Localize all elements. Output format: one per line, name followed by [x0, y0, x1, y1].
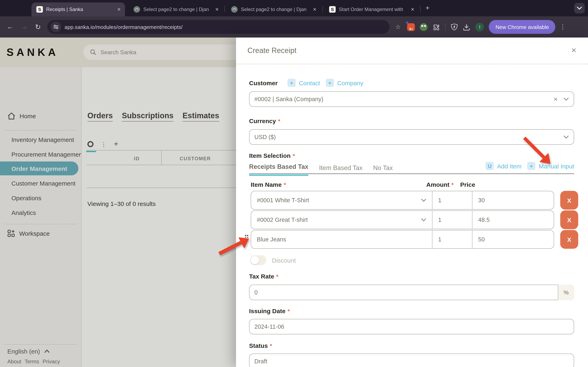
status-value: Draft: [254, 358, 267, 365]
required-asterisk: *: [293, 152, 295, 159]
back-button[interactable]: ←: [3, 23, 17, 31]
extension-badge-count: 9+: [409, 27, 413, 31]
issuing-date-input[interactable]: 2024-11-06: [249, 319, 574, 334]
item-name-value: Blue Jeans: [257, 236, 426, 243]
browser-toolbar: ← → ↻ app.sanka.io/modules/ordermanageme…: [0, 16, 588, 38]
browser-tabstrip: S Receipts | Sanka ✕ ◠ Select page2 to c…: [0, 0, 588, 16]
site-settings-button[interactable]: [51, 22, 61, 32]
tab-title: Select page2 to change | Djan: [241, 7, 310, 12]
performance-button[interactable]: [451, 23, 458, 31]
label-text: Customer: [249, 79, 278, 86]
extension-badge-icon[interactable]: 9+ ✳: [407, 23, 415, 31]
tab-separator: [420, 6, 421, 12]
required-asterisk: *: [451, 182, 454, 188]
add-company-icon[interactable]: +: [326, 79, 334, 87]
tax-rate-input[interactable]: 0 %: [249, 285, 574, 300]
tab-title: Receipts | Sanka: [46, 7, 114, 12]
label-text: Tax Rate: [249, 273, 274, 280]
add-contact-button[interactable]: Contact: [299, 79, 320, 86]
url-bar[interactable]: app.sanka.io/modules/ordermanagement/rec…: [47, 20, 389, 34]
amount-input[interactable]: 1: [432, 230, 472, 248]
tune-icon: [53, 25, 59, 29]
extensions-puzzle-button[interactable]: [433, 24, 440, 30]
required-asterisk: *: [278, 118, 280, 124]
url-text[interactable]: app.sanka.io/modules/ordermanagement/rec…: [65, 24, 182, 30]
amount-input[interactable]: 1: [432, 211, 472, 229]
chrome-update-button[interactable]: New Chrome available: [489, 20, 555, 34]
add-item-icon[interactable]: U: [485, 162, 494, 170]
remove-item-button[interactable]: X: [560, 210, 578, 229]
remove-item-button[interactable]: X: [560, 230, 578, 249]
download-icon: [463, 24, 470, 30]
item-name-text-input[interactable]: Blue Jeans: [251, 230, 432, 248]
price-input[interactable]: 30: [472, 191, 554, 209]
currency-select-value: USD ($): [254, 134, 563, 140]
percent-suffix: %: [558, 285, 574, 300]
price-column-header: Price: [460, 181, 475, 188]
frog-extension-icon[interactable]: [420, 23, 428, 31]
add-company-button[interactable]: Company: [337, 79, 363, 86]
add-contact-icon[interactable]: +: [287, 79, 296, 87]
django-favicon: ◠: [134, 6, 140, 13]
item-row: #0002 Great T-shirt 1 48.5: [251, 210, 554, 229]
price-input[interactable]: 48.5: [472, 211, 554, 229]
tab-separator: [225, 6, 225, 12]
puzzle-icon: [433, 24, 440, 30]
panel-title: Create Receipt: [247, 47, 296, 55]
annotation-arrow-manual-input: [519, 134, 556, 168]
amount-column-header: Amount*: [426, 181, 454, 188]
chevron-down-icon: [563, 135, 569, 139]
tab-close-icon[interactable]: ✕: [215, 7, 219, 12]
status-select[interactable]: Draft: [249, 354, 574, 367]
item-row: #0001 White T-Shirt 1 30: [251, 191, 554, 210]
tax-rate-label: Tax Rate*: [249, 273, 278, 280]
remove-item-button[interactable]: X: [560, 191, 578, 210]
downloads-button[interactable]: [463, 24, 470, 30]
forward-button[interactable]: →: [17, 23, 31, 31]
tab-separator: [323, 6, 323, 12]
price-input[interactable]: 50: [472, 230, 554, 248]
toolbar-separator: [445, 23, 446, 31]
reload-button[interactable]: ↻: [31, 23, 45, 31]
browser-tab-start-order[interactable]: S Start Order Management with ✕: [324, 2, 419, 16]
close-panel-icon[interactable]: ✕: [571, 47, 577, 54]
amount-input[interactable]: 1: [432, 191, 472, 209]
browser-tab-receipts[interactable]: S Receipts | Sanka ✕: [31, 2, 125, 16]
required-asterisk: *: [287, 308, 290, 314]
tab-title: Select page2 to change | Djan: [143, 7, 212, 12]
item-selection-label: Item Selection*: [249, 152, 295, 159]
browser-tab-django-2[interactable]: ◠ Select page2 to change | Djan ✕: [226, 2, 321, 16]
issuing-date-label: Issuing Date*: [249, 308, 290, 314]
bookmark-star-icon[interactable]: ☆: [395, 23, 401, 31]
browser-tab-django-1[interactable]: ◠ Select page2 to change | Djan ✕: [129, 2, 223, 16]
tab-close-icon[interactable]: ✕: [117, 7, 121, 12]
label-text: Status: [249, 342, 268, 349]
item-select[interactable]: #0001 White T-Shirt: [251, 191, 432, 209]
clear-customer-icon[interactable]: ✕: [553, 96, 558, 102]
tab-search-button[interactable]: [574, 3, 585, 13]
status-label: Status*: [249, 342, 272, 349]
discount-label: Discount: [272, 257, 296, 264]
tab-close-icon[interactable]: ✕: [411, 7, 415, 12]
sparkle-icon: ✳: [406, 21, 409, 25]
customer-select[interactable]: #0002 | Sanka (Company) ✕: [249, 91, 574, 107]
sanka-favicon: S: [329, 6, 336, 13]
shield-bolt-icon: [451, 23, 458, 31]
chevron-down-icon: [577, 7, 582, 10]
item-select[interactable]: #0002 Great T-shirt: [251, 211, 432, 229]
tab-title: Start Order Management with: [339, 7, 407, 12]
issuing-date-value: 2024-11-06: [254, 323, 284, 330]
label-text: Amount: [426, 181, 449, 188]
add-item-button[interactable]: Add Item: [497, 162, 521, 169]
currency-field-label: Currency*: [249, 117, 280, 124]
profile-avatar[interactable]: I: [476, 23, 484, 31]
tab-close-icon[interactable]: ✕: [313, 7, 316, 12]
panel-divider: [236, 64, 588, 64]
customer-select-value: #0002 | Sanka (Company): [254, 96, 553, 102]
label-text: Item Name: [251, 181, 282, 188]
item-row: Blue Jeans 1 50: [251, 230, 554, 249]
new-tab-button[interactable]: +: [423, 4, 432, 12]
django-favicon: ◠: [231, 6, 238, 13]
label-text: Item Selection: [249, 152, 291, 159]
browser-menu-button[interactable]: ⋮: [559, 23, 567, 31]
